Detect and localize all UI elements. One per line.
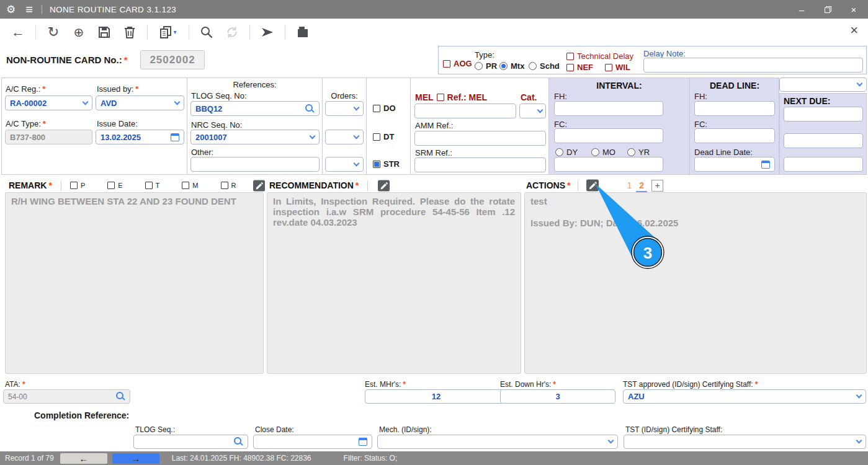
send-icon <box>260 25 275 39</box>
actions-tab-1[interactable]: 1 <box>627 180 632 190</box>
search-lookup-icon[interactable] <box>116 392 125 401</box>
next-record-button[interactable]: → <box>112 453 159 464</box>
remark-flag-r[interactable]: R <box>221 182 236 189</box>
est-down-input[interactable]: 3 <box>500 389 615 404</box>
chevron-down-icon[interactable] <box>608 438 614 444</box>
est-mhr-input[interactable]: 12 <box>365 389 508 404</box>
chevron-down-icon[interactable] <box>354 160 360 166</box>
actions-tab-2[interactable]: 2 <box>639 180 644 190</box>
deadline-date-input[interactable] <box>694 157 775 172</box>
ata-field[interactable]: 54-00 <box>3 389 130 404</box>
documents-button[interactable] <box>295 24 311 40</box>
issue-date-input[interactable]: 13.02.2025 <box>96 130 184 144</box>
wil-checkbox[interactable]: WIL <box>605 63 630 72</box>
chevron-down-icon[interactable] <box>310 133 316 139</box>
interval-period-input[interactable] <box>554 157 663 172</box>
next-due-selector-combo[interactable] <box>779 78 867 92</box>
orders-combo-3[interactable] <box>325 157 364 172</box>
remark-textarea[interactable]: R/H WING BETWEEN STA 22 AND 23 FOUND DEN… <box>5 192 264 374</box>
remark-flag-t[interactable]: T <box>145 182 160 189</box>
copy-button[interactable]: ▾ <box>157 24 179 40</box>
ac-reg-combo[interactable]: RA-00002 <box>5 95 92 110</box>
actions-textarea[interactable]: test Issued By: DUN; Date: 16.02.2025 <box>524 192 867 374</box>
chevron-down-icon[interactable] <box>83 99 89 105</box>
other-input[interactable] <box>190 157 320 172</box>
interval-fh-input[interactable] <box>554 101 663 116</box>
close-date-input[interactable] <box>253 435 372 449</box>
completion-tst-combo[interactable] <box>624 435 866 449</box>
chevron-down-icon[interactable] <box>537 107 544 113</box>
next-due-input-2[interactable] <box>784 133 863 148</box>
aog-checkbox-box[interactable] <box>443 60 450 68</box>
dt-checkbox[interactable]: DT <box>373 132 394 141</box>
calendar-icon[interactable] <box>761 161 770 169</box>
other-label: Other: <box>191 148 213 157</box>
technical-delay-checkbox[interactable]: Technical Delay <box>566 51 633 61</box>
cat-combo[interactable] <box>519 104 546 118</box>
do-checkbox[interactable]: DO <box>373 104 396 113</box>
radio-type-mtx[interactable]: Mtx <box>499 61 524 71</box>
save-button[interactable] <box>96 24 112 40</box>
remark-flag-m[interactable]: M <box>182 182 198 189</box>
chevron-down-icon[interactable] <box>174 99 181 105</box>
actions-edit-button[interactable] <box>586 179 599 192</box>
refresh-button[interactable]: ↻ <box>45 24 61 40</box>
radio-type-schd[interactable]: Schd <box>529 61 560 71</box>
chevron-down-icon[interactable] <box>857 81 863 87</box>
minimize-button[interactable]: – <box>797 4 806 15</box>
sync-button[interactable] <box>224 24 240 40</box>
calendar-icon[interactable] <box>359 438 367 446</box>
window-close-button[interactable]: × <box>849 4 858 15</box>
amm-ref-input[interactable] <box>414 131 546 146</box>
remark-flag-e[interactable]: E <box>107 182 122 189</box>
search-lookup-icon[interactable] <box>305 104 315 113</box>
search-button[interactable] <box>199 24 215 40</box>
interval-fc-input[interactable] <box>554 128 663 143</box>
previous-record-button[interactable]: ← <box>60 453 107 464</box>
tlog-seq-no-input[interactable]: BBQ12 <box>190 101 320 116</box>
deadline-fh-input[interactable] <box>694 101 775 116</box>
deadline-date-label: Dead Line Date: <box>694 148 753 157</box>
completion-tlog-input[interactable] <box>133 435 248 449</box>
add-record-button[interactable]: ⊕ <box>71 24 87 40</box>
radio-interval-mo[interactable]: MO <box>591 148 615 157</box>
mech-combo[interactable] <box>377 435 618 449</box>
delay-note-input[interactable] <box>643 58 863 73</box>
back-button[interactable]: ← <box>10 24 26 40</box>
copy-dropdown-caret[interactable]: ▾ <box>173 29 176 35</box>
remark-edit-button[interactable] <box>252 179 266 192</box>
recommendation-textarea[interactable]: In Limits, Inspection Required. Please d… <box>267 192 521 374</box>
orders-combo-2[interactable] <box>325 130 364 144</box>
mel-ref-input[interactable] <box>414 104 516 118</box>
next-due-title: NEXT DUE: <box>784 96 830 106</box>
chevron-down-icon[interactable] <box>856 438 862 444</box>
send-button[interactable] <box>259 24 275 40</box>
calendar-icon[interactable] <box>171 133 179 141</box>
nrc-seq-no-combo[interactable]: 2001007 <box>190 130 320 144</box>
next-due-input-3[interactable] <box>784 157 863 172</box>
chevron-down-icon[interactable] <box>354 133 360 139</box>
deadline-fc-input[interactable] <box>694 128 775 143</box>
next-due-input-1[interactable] <box>784 107 863 122</box>
radio-interval-yr[interactable]: YR <box>627 148 650 157</box>
srm-ref-input[interactable] <box>414 157 546 172</box>
chevron-down-icon[interactable] <box>856 392 862 399</box>
chevron-down-icon[interactable] <box>354 104 360 110</box>
mel-checkbox[interactable] <box>437 94 444 101</box>
nef-checkbox[interactable]: NEF <box>566 63 593 72</box>
orders-combo-1[interactable] <box>325 101 364 116</box>
restore-button[interactable] <box>823 4 832 15</box>
hamburger-menu-icon[interactable]: ≡ <box>25 2 33 17</box>
form-close-button[interactable]: × <box>850 24 858 37</box>
radio-interval-dy[interactable]: DY <box>555 148 578 157</box>
search-lookup-icon[interactable] <box>234 437 243 446</box>
str-checkbox[interactable]: STR <box>373 159 400 169</box>
tst-approved-combo[interactable]: AZU <box>623 389 866 404</box>
actions-add-tab-button[interactable]: + <box>651 180 663 192</box>
remark-flag-p[interactable]: P <box>70 182 85 189</box>
issued-by-combo[interactable]: AVD <box>96 95 184 110</box>
aog-checkbox[interactable]: AOG <box>443 59 472 68</box>
delete-button[interactable] <box>122 24 138 40</box>
radio-type-pr[interactable]: PR <box>475 61 497 71</box>
recommendation-edit-button[interactable] <box>377 179 390 192</box>
